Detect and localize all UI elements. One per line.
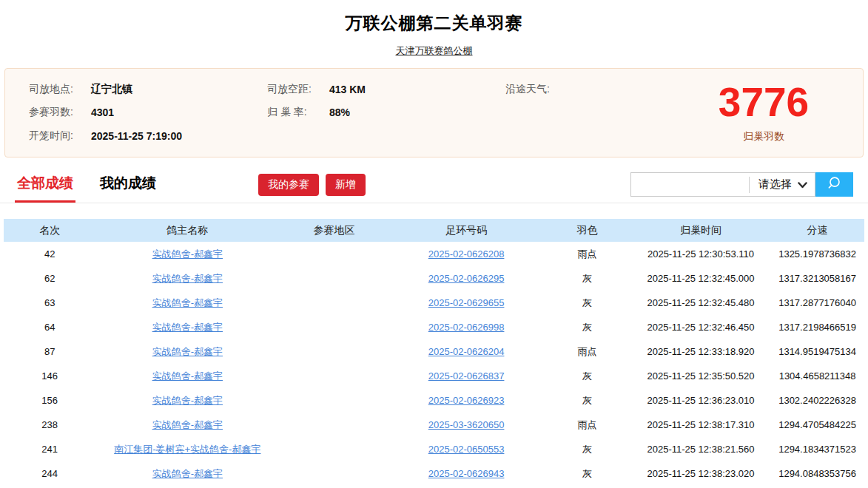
return-time-cell: 2025-11-25 12:35:50.520 — [631, 364, 770, 388]
region-cell — [279, 266, 389, 291]
feather-color-cell: 灰 — [543, 315, 631, 339]
owner-link[interactable]: 实战鸽舍-郝鑫宇 — [152, 346, 223, 357]
race-info-panel: 司放地点: 辽宁北镇 司放空距: 413 KM 沿途天气: 参赛羽数: 4301… — [4, 68, 864, 157]
rank-cell: 63 — [4, 291, 95, 315]
chevron-down-icon — [798, 178, 807, 191]
feather-color-cell: 灰 — [543, 364, 631, 388]
owner-link[interactable]: 实战鸽舍-郝鑫宇 — [152, 370, 223, 382]
rank-cell: 146 — [4, 364, 95, 388]
info-value: 88% — [329, 106, 350, 118]
table-row: 156 实战鸽舍-郝鑫宇 2025-02-0626923 灰 2025-11-2… — [4, 388, 864, 413]
my-entries-button[interactable]: 我的参赛 — [258, 174, 319, 196]
info-label: 归 巢 率: — [267, 106, 323, 119]
ring-cell: 2025-02-0650553 — [389, 437, 543, 461]
results-table: 名次 鸽主名称 参赛地区 足环号码 羽色 归巢时间 分速 42 实战鸽舍-郝鑫宇… — [4, 219, 864, 486]
add-new-button[interactable]: 新增 — [326, 174, 366, 196]
col-header-speed: 分速 — [770, 219, 864, 242]
rank-cell: 156 — [4, 388, 95, 413]
ring-cell: 2025-02-0626923 — [389, 388, 543, 413]
table-row: 64 实战鸽舍-郝鑫宇 2025-02-0626998 灰 2025-11-25… — [4, 315, 864, 339]
rank-cell: 241 — [4, 437, 95, 461]
results-table-body: 42 实战鸽舍-郝鑫宇 2025-02-0626208 雨点 2025-11-2… — [4, 242, 864, 486]
owner-cell: 实战鸽舍-郝鑫宇 — [95, 266, 279, 291]
magnifier-icon — [826, 175, 843, 194]
owner-link[interactable]: 实战鸽舍-郝鑫宇 — [152, 395, 223, 406]
speed-cell: 1294.4705484225 — [770, 413, 864, 437]
owner-link[interactable]: 实战鸽舍-郝鑫宇 — [152, 248, 223, 260]
rank-cell: 238 — [4, 413, 95, 437]
info-value: 辽宁北镇 — [91, 83, 132, 96]
ring-cell: 2025-02-0629655 — [389, 291, 543, 315]
owner-link[interactable]: 实战鸽舍-郝鑫宇 — [152, 273, 223, 284]
rank-cell: 244 — [4, 461, 95, 486]
info-field-release-location: 司放地点: 辽宁北镇 — [29, 83, 267, 96]
info-label: 开笼时间: — [29, 129, 85, 143]
feather-color-cell: 雨点 — [543, 339, 631, 364]
returned-count: 3776 — [719, 82, 809, 123]
ring-number-link[interactable]: 2025-02-0626998 — [428, 322, 505, 333]
owner-cell: 实战鸽舍-郝鑫宇 — [95, 242, 279, 266]
owner-link[interactable]: 实战鸽舍-郝鑫宇 — [152, 468, 223, 479]
ring-number-link[interactable]: 2025-02-0626208 — [428, 248, 505, 260]
table-row: 87 实战鸽舍-郝鑫宇 2025-02-0626204 雨点 2025-11-2… — [4, 339, 864, 364]
info-label: 沿途天气: — [505, 83, 562, 96]
col-header-rank: 名次 — [4, 219, 95, 242]
loft-link[interactable]: 天津万联赛鸽公棚 — [396, 44, 473, 58]
info-label: 参赛羽数: — [29, 106, 85, 119]
owner-cell: 实战鸽舍-郝鑫宇 — [95, 461, 279, 486]
ring-number-link[interactable]: 2025-02-0626943 — [428, 468, 505, 479]
feather-color-cell: 灰 — [543, 266, 631, 291]
race-info-grid: 司放地点: 辽宁北镇 司放空距: 413 KM 沿途天气: 参赛羽数: 4301… — [5, 69, 685, 157]
info-value: 413 KM — [329, 84, 366, 95]
header-row: 名次 鸽主名称 参赛地区 足环号码 羽色 归巢时间 分速 — [4, 219, 864, 242]
region-cell — [279, 388, 389, 413]
ring-cell: 2025-02-0626295 — [389, 266, 543, 291]
info-field-entered-birds: 参赛羽数: 4301 — [29, 106, 267, 119]
return-time-cell: 2025-11-25 12:32:45.000 — [631, 266, 770, 291]
ring-number-link[interactable]: 2025-02-0629655 — [428, 297, 505, 308]
col-header-ring-number: 足环号码 — [389, 219, 543, 242]
col-header-feather: 羽色 — [543, 219, 631, 242]
feather-color-cell: 雨点 — [543, 413, 631, 437]
return-time-cell: 2025-11-25 12:33:18.920 — [631, 339, 770, 364]
info-value: 2025-11-25 7:19:00 — [91, 130, 182, 142]
page-header: 万联公棚第二关单羽赛 天津万联赛鸽公棚 — [0, 0, 868, 58]
ring-number-link[interactable]: 2025-02-0626837 — [428, 370, 505, 382]
ring-number-link[interactable]: 2025-02-0626295 — [428, 273, 505, 284]
returned-count-label: 归巢羽数 — [743, 130, 784, 143]
owner-link[interactable]: 实战鸽舍-郝鑫宇 — [152, 297, 223, 308]
search-button[interactable] — [815, 172, 853, 197]
toolbar: 全部成绩 我的成绩 我的参赛 新增 请选择 — [0, 166, 868, 203]
filter-select[interactable]: 请选择 — [750, 177, 815, 192]
ring-number-link[interactable]: 2025-02-0650553 — [428, 444, 505, 455]
owner-cell: 实战鸽舍-郝鑫宇 — [95, 364, 279, 388]
page-title: 万联公棚第二关单羽赛 — [0, 12, 868, 35]
table-row: 63 实战鸽舍-郝鑫宇 2025-02-0629655 灰 2025-11-25… — [4, 291, 864, 315]
owner-link[interactable]: 实战鸽舍-郝鑫宇 — [152, 322, 223, 333]
feather-color-cell: 灰 — [543, 388, 631, 413]
tab-my-results[interactable]: 我的成绩 — [98, 166, 158, 203]
returned-birds-block: 3776 归巢羽数 — [685, 69, 863, 157]
rank-cell: 64 — [4, 315, 95, 339]
ring-number-link[interactable]: 2025-03-3620650 — [428, 419, 505, 430]
owner-link[interactable]: 南江集团-姜树宾+实战鸽舍-郝鑫宇 — [114, 444, 260, 455]
ring-cell: 2025-02-0626208 — [389, 242, 543, 266]
return-time-cell: 2025-11-25 12:38:21.560 — [631, 437, 770, 461]
tab-all-results[interactable]: 全部成绩 — [15, 166, 75, 203]
ring-number-link[interactable]: 2025-02-0626204 — [428, 346, 505, 357]
col-header-owner: 鸽主名称 — [95, 219, 279, 242]
speed-cell: 1317.2198466519 — [770, 315, 864, 339]
ring-number-link[interactable]: 2025-02-0626923 — [428, 395, 505, 406]
region-cell — [279, 364, 389, 388]
feather-color-cell: 灰 — [543, 291, 631, 315]
return-time-cell: 2025-11-25 12:36:23.010 — [631, 388, 770, 413]
table-row: 241 南江集团-姜树宾+实战鸽舍-郝鑫宇 2025-02-0650553 灰 … — [4, 437, 864, 461]
search-input[interactable] — [631, 173, 749, 196]
owner-cell: 实战鸽舍-郝鑫宇 — [95, 413, 279, 437]
info-value: 4301 — [91, 106, 114, 118]
feather-color-cell: 灰 — [543, 461, 631, 486]
return-time-cell: 2025-11-25 12:32:45.480 — [631, 291, 770, 315]
return-time-cell: 2025-11-25 12:38:17.310 — [631, 413, 770, 437]
results-table-head: 名次 鸽主名称 参赛地区 足环号码 羽色 归巢时间 分速 — [4, 219, 864, 242]
owner-link[interactable]: 实战鸽舍-郝鑫宇 — [152, 419, 223, 430]
